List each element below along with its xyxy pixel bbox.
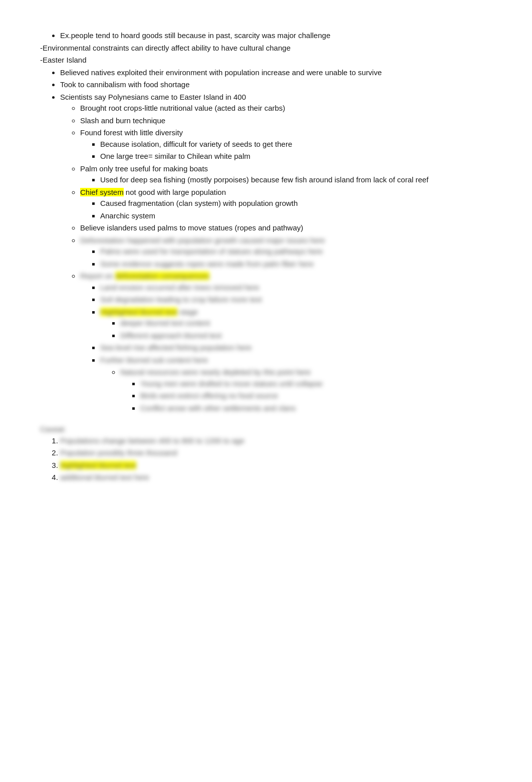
bullet-2-text: Took to cannibalism with food shortage xyxy=(60,80,189,89)
extra-square-2: Birds went extinct offering no food sour… xyxy=(140,390,502,402)
square-list-2: Used for deep sea fishing (mostly porpoi… xyxy=(80,174,502,186)
caveat-section: Caveat: Populations change between 400 t… xyxy=(40,424,502,483)
circle-1: Brought root crops-little nutritional va… xyxy=(80,103,502,114)
square-10-blurred: Highlighted blurred text stage deeper bl… xyxy=(100,307,502,342)
caveat-item-2: Population possibly three thousand xyxy=(60,447,502,459)
bullet-1-text: Believed natives exploited their environ… xyxy=(60,68,382,77)
square-list-blurred-2: Land erosion occurred after trees remove… xyxy=(80,282,502,366)
sub-sub-2: Different approach blurred text xyxy=(120,330,502,342)
square-12-blurred: Further blurred sub content here xyxy=(100,355,502,366)
circle-5: Chief system not good with large populat… xyxy=(80,187,502,222)
caveat-numbered-list: Populations change between 400 to 800 to… xyxy=(40,435,502,483)
circle-9-blurred: Natural resources were nearly depleted b… xyxy=(120,367,502,414)
extra-circle-list: Natural resources were nearly depleted b… xyxy=(40,367,502,414)
caveat-item-4: additional blurred text here xyxy=(60,472,502,483)
circle-3: Found forest with little diversity Becau… xyxy=(80,127,502,162)
square-11-blurred: Sea level rise affected fishing populati… xyxy=(100,342,502,354)
square-4: Caused fragmentation (clan system) with … xyxy=(100,198,502,209)
extra-square-list: Young men were drafted to move statues u… xyxy=(120,378,502,414)
circle-2: Slash and burn technique xyxy=(80,115,502,127)
caveat-item-3: highlighted blurred text xyxy=(60,460,502,471)
extra-square-1: Young men were drafted to move statues u… xyxy=(140,378,502,390)
circle-4: Palm only tree useful for making boats U… xyxy=(80,163,502,186)
top-bullet-text: Ex.people tend to hoard goods still beca… xyxy=(60,31,330,40)
circle-8-blurred: Report on deforestation consequences Lan… xyxy=(80,271,502,366)
extra-square-3: Conflict arose with other settlements an… xyxy=(140,403,502,414)
bullet-1: Believed natives exploited their environ… xyxy=(60,67,502,79)
square-9-blurred: Soil degradation leading to crop failure… xyxy=(100,294,502,306)
square-5: Anarchic system xyxy=(100,210,502,222)
circle-6: Believe islanders used palms to move sta… xyxy=(80,222,502,234)
top-bullet-item: Ex.people tend to hoard goods still beca… xyxy=(60,30,502,42)
square-list-blurred-1: Palms were used for transportation of st… xyxy=(80,246,502,270)
caveat-label: Caveat: xyxy=(40,424,502,435)
square-2: One large tree= similar to Chilean white… xyxy=(100,151,502,162)
square-7-blurred: Some evidence suggests ropes were made f… xyxy=(100,258,502,270)
dash-item-1: -Environmental constraints can directly … xyxy=(40,43,502,54)
square-8-blurred: Land erosion occurred after trees remove… xyxy=(100,282,502,294)
bullet-3: Scientists say Polynesians came to Easte… xyxy=(60,92,502,366)
sub-sub-list: deeper blurred text content Different ap… xyxy=(100,318,502,341)
square-6-blurred: Palms were used for transportation of st… xyxy=(100,246,502,257)
bullet-2: Took to cannibalism with food shortage xyxy=(60,79,502,91)
chief-system-highlight: Chief system xyxy=(80,188,124,196)
square-3: Used for deep sea fishing (mostly porpoi… xyxy=(100,174,502,186)
circle-7-blurred: Deforestation happened with population g… xyxy=(80,235,502,270)
bullet-3-text: Scientists say Polynesians came to Easte… xyxy=(60,93,246,101)
square-1: Because isolation, difficult for variety… xyxy=(100,139,502,150)
square-list-3: Caused fragmentation (clan system) with … xyxy=(80,198,502,221)
caveat-item-1: Populations change between 400 to 800 to… xyxy=(60,435,502,447)
circle-list: Brought root crops-little nutritional va… xyxy=(60,103,502,366)
document-container: Ex.people tend to hoard goods still beca… xyxy=(40,30,502,483)
dash-item-2: -Easter Island xyxy=(40,55,502,66)
top-bullet-list: Ex.people tend to hoard goods still beca… xyxy=(40,30,502,42)
sub-sub-1: deeper blurred text content xyxy=(120,318,502,329)
square-list-1: Because isolation, difficult for variety… xyxy=(80,139,502,162)
second-level-list: Believed natives exploited their environ… xyxy=(40,67,502,366)
